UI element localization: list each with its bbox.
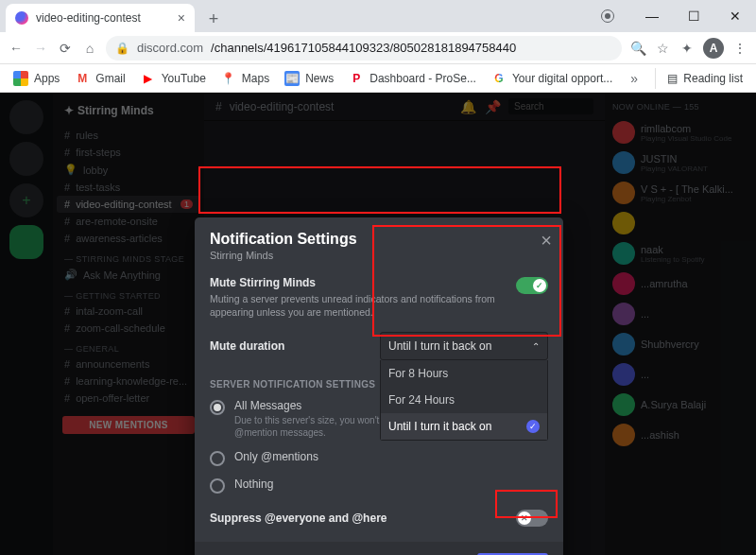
mute-duration-selected: Until I turn it back on: [388, 339, 491, 353]
window-titlebar: video-editing-contest × + — ☐ ✕: [0, 0, 756, 32]
url-host: discord.com: [137, 41, 203, 55]
duration-option[interactable]: For 8 Hours: [381, 360, 547, 387]
news-icon: 📰: [284, 71, 300, 86]
mute-server-description: Muting a server prevents unread indicato…: [210, 292, 507, 319]
mute-duration-label: Mute duration: [210, 339, 370, 353]
radio-only-mentions[interactable]: Only @mentions: [195, 444, 563, 472]
bookmark-star-icon[interactable]: ☆: [654, 41, 671, 56]
bookmark-youtube[interactable]: ▶YouTube: [135, 67, 212, 90]
discord-viewport: + ✦Stirring Minds #rules#first-steps💡lob…: [0, 93, 756, 555]
window-maximize-button[interactable]: ☐: [673, 2, 714, 30]
tab-title: video-editing-contest: [36, 11, 170, 25]
radio-icon: [210, 451, 225, 466]
nav-forward-button: →: [32, 41, 49, 56]
check-icon: ✓: [526, 420, 540, 433]
discord-favicon: [15, 11, 28, 25]
pinterest-icon: P: [349, 71, 364, 86]
browser-tab[interactable]: video-editing-contest ×: [6, 4, 195, 32]
notification-settings-modal: Notification Settings Stirring Minds × M…: [195, 217, 563, 555]
bookmarks-bar: Apps MGmail ▶YouTube 📍Maps 📰News PDashbo…: [0, 64, 756, 93]
new-tab-button[interactable]: +: [200, 6, 227, 32]
bookmark-google[interactable]: GYour digital opport...: [486, 67, 618, 90]
window-close-button[interactable]: ✕: [714, 2, 756, 30]
radio-nothing[interactable]: Nothing: [195, 472, 563, 499]
bookmark-news[interactable]: 📰News: [279, 67, 339, 90]
x-icon: ✕: [518, 512, 531, 525]
chrome-account-icon[interactable]: [601, 9, 614, 23]
suppress-everyone-label: Suppress @everyone and @here: [210, 512, 507, 525]
duration-option[interactable]: For 24 Hours: [381, 387, 547, 413]
bookmark-gmail[interactable]: MGmail: [69, 67, 130, 90]
extensions-icon[interactable]: ✦: [679, 41, 696, 56]
modal-title: Notification Settings: [210, 231, 548, 248]
nav-back-button[interactable]: ←: [8, 41, 25, 56]
nav-home-button[interactable]: ⌂: [81, 41, 98, 56]
bookmark-pinterest[interactable]: PDashboard - ProSe...: [343, 67, 482, 90]
window-minimize-button[interactable]: —: [631, 2, 673, 30]
reading-list-icon: ▤: [667, 72, 678, 85]
mute-duration-dropdown: For 8 Hours For 24 Hours Until I turn it…: [380, 360, 548, 441]
suppress-everyone-toggle[interactable]: ✕: [516, 510, 548, 527]
reading-list-button[interactable]: ▤Reading list: [655, 68, 748, 89]
apps-icon: [13, 71, 28, 86]
check-icon: ✓: [533, 279, 546, 292]
mute-server-label: Mute Stirring Minds: [210, 276, 507, 289]
profile-avatar[interactable]: A: [703, 38, 724, 59]
youtube-icon: ▶: [141, 71, 156, 86]
mute-server-toggle[interactable]: ✓: [516, 277, 548, 294]
duration-option-selected[interactable]: Until I turn it back on✓: [381, 413, 547, 440]
gmail-icon: M: [75, 71, 90, 86]
zoom-icon[interactable]: 🔍: [629, 41, 646, 56]
modal-subtitle: Stirring Minds: [210, 250, 548, 261]
tab-close-icon[interactable]: ×: [178, 10, 185, 26]
url-path: /channels/419617105844109323/80502818189…: [211, 41, 516, 55]
maps-icon: 📍: [221, 71, 236, 86]
mute-duration-select[interactable]: Until I turn it back on ⌃ For 8 Hours Fo…: [380, 332, 548, 360]
address-bar: ← → ⟳ ⌂ 🔒 discord.com/channels/419617105…: [0, 32, 756, 64]
modal-close-button[interactable]: ×: [541, 231, 552, 250]
bookmarks-overflow-icon[interactable]: »: [626, 71, 643, 86]
google-icon: G: [491, 71, 507, 86]
bookmark-maps[interactable]: 📍Maps: [215, 67, 275, 90]
nav-reload-button[interactable]: ⟳: [57, 41, 74, 56]
lock-icon: 🔒: [115, 42, 129, 55]
chevron-up-icon: ⌃: [532, 341, 540, 352]
radio-icon: [210, 400, 225, 415]
omnibox[interactable]: 🔒 discord.com/channels/41961710584410932…: [106, 36, 622, 61]
radio-icon: [210, 478, 225, 494]
bookmark-apps[interactable]: Apps: [8, 67, 65, 90]
chrome-menu-icon[interactable]: ⋮: [731, 41, 748, 56]
